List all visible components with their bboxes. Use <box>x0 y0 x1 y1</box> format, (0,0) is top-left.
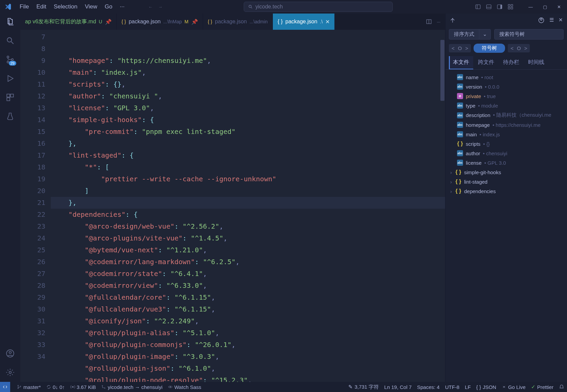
close-icon[interactable]: ✕ <box>554 2 564 11</box>
svg-point-27 <box>18 385 18 386</box>
code-content[interactable]: "homepage": "https://chensuiyi.me", "mai… <box>51 30 445 382</box>
char-count[interactable]: ✎ 3,731 字符 <box>348 384 379 390</box>
source-control-icon[interactable]: 29 <box>5 54 16 65</box>
svg-rect-8 <box>508 4 510 6</box>
settings-gear-icon[interactable] <box>5 367 16 378</box>
menu-selection[interactable]: Selection <box>50 2 81 11</box>
outline-item[interactable]: abchomepage • https://chensuiyi.me <box>447 120 566 130</box>
titlebar: File Edit Selection View Go ··· ← → yico… <box>0 0 567 14</box>
outline-item[interactable]: abcmain • index.js <box>447 130 566 139</box>
svg-point-32 <box>105 388 105 388</box>
maximize-icon[interactable]: ▢ <box>540 2 550 11</box>
outline-account-icon[interactable] <box>538 17 545 24</box>
outline-item[interactable]: ›{ }dependencies <box>447 186 566 196</box>
tab-1[interactable]: { } package.json ...\fnMap M 📌 <box>117 14 203 30</box>
scrollbar-thumb[interactable] <box>440 40 444 101</box>
eol-status[interactable]: LF <box>465 384 471 390</box>
outline-tab-crossfile[interactable]: 跨文件 <box>474 56 498 69</box>
svg-point-12 <box>7 38 12 42</box>
git-sync[interactable]: 0↓ 0↑ <box>46 384 65 390</box>
outline-item[interactable]: abctype • module <box>447 101 566 110</box>
outline-controls: 排序方式 ⌄ 搜索符号树 <box>445 27 567 42</box>
code-editor[interactable]: 7891011121314151617181920212223242526272… <box>20 30 445 382</box>
svg-rect-4 <box>486 5 491 9</box>
prettier-status[interactable]: ✓ Prettier <box>531 384 553 390</box>
editor-tabs: ap v6发布和它背后的故事.md U 📌 { } package.json .… <box>20 14 445 30</box>
outline-panel: ☰ ✕ 排序方式 ⌄ 搜索符号树 <O> 符号树 <O> 本文件 跨文件 待办栏… <box>445 14 567 382</box>
outline-item[interactable]: abcname • root <box>447 72 566 82</box>
outline-item[interactable]: ›{ }simple-git-hooks <box>447 167 566 177</box>
search-activity-icon[interactable] <box>5 35 16 46</box>
menu-edit[interactable]: Edit <box>33 2 49 11</box>
scrollbar[interactable] <box>440 30 445 382</box>
explorer-icon[interactable] <box>5 16 16 27</box>
outline-tab-thisfile[interactable]: 本文件 <box>449 56 473 69</box>
extensions-icon[interactable] <box>5 92 16 103</box>
tab-close-icon[interactable]: ✕ <box>325 19 330 25</box>
minimize-icon[interactable]: — <box>525 2 536 11</box>
outline-tab-timeline[interactable]: 时间线 <box>524 56 548 69</box>
tab-actions: ··· <box>421 14 445 30</box>
svg-rect-19 <box>7 98 10 101</box>
sort-chevron[interactable]: ⌄ <box>479 29 491 40</box>
encoding-status[interactable]: UTF-8 <box>445 384 460 390</box>
outline-item[interactable]: abcauthor • chensuiyi <box>447 148 566 158</box>
svg-line-1 <box>251 7 252 8</box>
layout-customize-icon[interactable] <box>506 2 515 11</box>
svg-rect-18 <box>10 94 14 97</box>
outline-item[interactable]: ›{ }lint-staged <box>447 177 566 186</box>
layout-panel-icon[interactable] <box>484 2 493 11</box>
outline-item[interactable]: ⊘private • true <box>447 91 566 101</box>
outline-panel-icon[interactable] <box>450 17 456 23</box>
tab-3-active[interactable]: { } package.json .\ ✕ <box>273 14 335 30</box>
language-mode[interactable]: { } JSON <box>476 384 496 390</box>
go-live[interactable]: Go Live <box>502 384 526 390</box>
split-editor-icon[interactable] <box>426 19 432 25</box>
notifications-icon[interactable] <box>559 384 564 390</box>
outline-item[interactable]: abclicense • GPL 3.0 <box>447 158 566 167</box>
testing-icon[interactable] <box>5 111 16 122</box>
svg-rect-10 <box>508 7 510 9</box>
json-icon: { } <box>278 19 283 25</box>
sort-button[interactable]: 排序方式 <box>449 29 479 40</box>
scm-badge: 29 <box>9 61 16 66</box>
menu-more[interactable]: ··· <box>116 2 128 11</box>
pin-icon[interactable]: 📌 <box>191 19 198 25</box>
outline-item[interactable]: { }scripts • {} <box>447 139 566 148</box>
cursor-position[interactable]: Ln 19, Col 7 <box>384 384 412 390</box>
menu-go[interactable]: Go <box>101 2 116 11</box>
git-branch[interactable]: master* <box>17 384 41 390</box>
outline-close-icon[interactable]: ✕ <box>559 17 563 24</box>
watch-sass[interactable]: Watch Sass <box>168 384 201 390</box>
outline-item[interactable]: abcversion • 0.0.0 <box>447 82 566 91</box>
svg-point-33 <box>170 387 171 387</box>
tab-0[interactable]: ap v6发布和它背后的故事.md U 📌 <box>20 14 117 30</box>
indent-status[interactable]: Spaces: 4 <box>417 384 440 390</box>
nav-forward-icon[interactable]: → <box>158 4 162 9</box>
pin-icon[interactable]: 📌 <box>105 19 112 25</box>
tab-filename: package.json <box>215 19 247 25</box>
more-actions-icon[interactable]: ··· <box>437 19 440 24</box>
tab-2[interactable]: { } package.json ...\admin <box>203 14 273 30</box>
layout-sidebar-right-icon[interactable] <box>495 2 504 11</box>
menu-view[interactable]: View <box>82 2 101 11</box>
nav-back-icon[interactable]: ← <box>148 4 153 9</box>
accounts-icon[interactable] <box>5 348 16 359</box>
nav-next[interactable]: <O> <box>508 44 530 52</box>
svg-rect-9 <box>511 4 513 6</box>
search-tree-button[interactable]: 搜索符号树 <box>494 29 564 40</box>
layout-controls <box>474 2 515 11</box>
tab-status: M <box>184 19 189 24</box>
outline-item[interactable]: abcdescription • 随易科技（chensuiyi.me <box>447 110 566 120</box>
outline-tab-todo[interactable]: 待办栏 <box>499 56 523 69</box>
nav-prev[interactable]: <O> <box>449 44 471 52</box>
menu-file[interactable]: File <box>16 2 32 11</box>
remote-indicator[interactable] <box>0 382 10 392</box>
layout-sidebar-left-icon[interactable] <box>474 2 482 11</box>
remote-path[interactable]: yicode.tech → chensuiyi <box>101 384 162 390</box>
signal-status[interactable]: 3.67 KiB <box>70 384 96 390</box>
symbol-tree-button[interactable]: 符号树 <box>474 44 505 53</box>
outline-menu-icon[interactable]: ☰ <box>549 17 554 24</box>
command-center[interactable]: yicode.tech <box>244 2 393 12</box>
run-debug-icon[interactable] <box>5 73 16 84</box>
